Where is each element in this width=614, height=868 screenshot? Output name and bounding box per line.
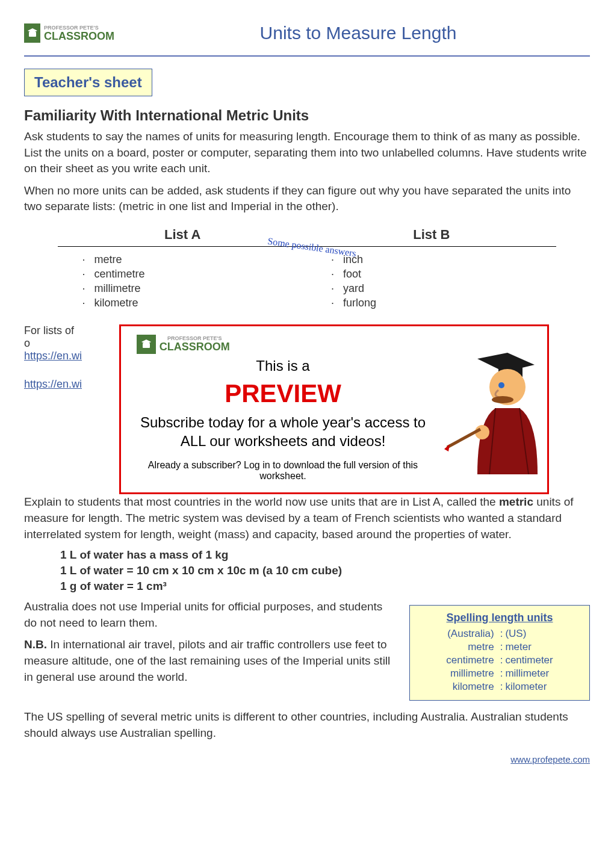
- list-item: furlong: [331, 297, 532, 309]
- explain-paragraph: Explain to students that most countries …: [24, 494, 590, 542]
- preview-overlay: PROFESSOR PETE'S CLASSROOM This is a PRE…: [119, 324, 549, 494]
- preview-footer-text: Already a subscriber? Log in to download…: [131, 460, 435, 482]
- spelling-header-row: (Australia) : (US): [422, 628, 577, 640]
- professor-character-icon: [441, 342, 538, 474]
- preview-content: PROFESSOR PETE'S CLASSROOM This is a PRE…: [131, 335, 435, 482]
- svg-rect-1: [143, 343, 150, 348]
- list-item: inch: [331, 253, 532, 266]
- logo-text-bottom: CLASSROOM: [44, 31, 114, 42]
- spelling-header-left: (Australia): [422, 628, 498, 640]
- list-item: yard: [331, 282, 532, 295]
- australia-paragraph-2: N.B. In international air travel, pilots…: [24, 637, 397, 685]
- fact-item: 1 L of water = 10 cm x 10 cm x 10c m (a …: [60, 564, 590, 577]
- truncated-text: For lists of o: [24, 324, 78, 350]
- list-item: kilometre: [82, 297, 283, 309]
- spelling-title: Spelling length units: [422, 612, 577, 624]
- units-table-body: Some possible answers metre centimetre m…: [58, 247, 556, 316]
- list-item: foot: [331, 268, 532, 281]
- lower-section: Australia does not use Imperial units fo…: [24, 599, 590, 701]
- wiki-link-2[interactable]: https://en.wi: [24, 378, 82, 390]
- list-item: metre: [82, 253, 283, 266]
- preview-big-label: PREVIEW: [131, 379, 435, 408]
- list-item: centimetre: [82, 268, 283, 281]
- fact-item: 1 L of water has a mass of 1 kg: [60, 548, 590, 562]
- page-header: PROFESSOR PETE'S CLASSROOM Units to Meas…: [24, 18, 590, 57]
- list-a-items: metre centimetre millimetre kilometre: [58, 247, 307, 316]
- intro-paragraph-2: When no more units can be added, ask stu…: [24, 183, 590, 215]
- units-table: List A List B Some possible answers metr…: [58, 223, 556, 316]
- preview-this-is: This is a: [131, 358, 435, 374]
- svg-line-7: [447, 429, 480, 447]
- logo-icon: [137, 335, 156, 354]
- teacher-sheet-badge: Teacher's sheet: [24, 69, 152, 96]
- spelling-row: kilometre:kilometer: [422, 681, 577, 693]
- svg-marker-8: [444, 444, 450, 451]
- footer: www.profepete.com: [24, 753, 590, 766]
- brand-logo: PROFESSOR PETE'S CLASSROOM: [24, 18, 114, 48]
- wiki-link-1[interactable]: https://en.wi: [24, 350, 82, 362]
- list-b-header: List B: [307, 223, 556, 246]
- section-heading: Familiarity With International Metric Un…: [24, 107, 590, 124]
- footer-website-link[interactable]: www.profepete.com: [510, 754, 590, 764]
- us-spelling-paragraph: The US spelling of several metric units …: [24, 709, 590, 741]
- spelling-header-right: (US): [505, 628, 577, 640]
- australia-paragraph-1: Australia does not use Imperial units fo…: [24, 599, 397, 631]
- preview-logo-text-bottom: CLASSROOM: [160, 341, 230, 352]
- list-item: millimetre: [82, 282, 283, 295]
- lower-left-text: Australia does not use Imperial units fo…: [24, 599, 397, 691]
- logo-icon: [24, 23, 40, 43]
- water-facts-list: 1 L of water has a mass of 1 kg 1 L of w…: [60, 548, 590, 593]
- page-title: Units to Measure Length: [126, 23, 590, 43]
- spelling-units-box: Spelling length units (Australia) : (US)…: [409, 605, 590, 701]
- preview-logo: PROFESSOR PETE'S CLASSROOM: [137, 335, 435, 354]
- teacher-sheet-label: Teacher's sheet: [34, 74, 142, 90]
- preview-sub-text: Subscribe today for a whole year's acces…: [131, 413, 435, 450]
- fact-item: 1 g of water = 1 cm³: [60, 580, 590, 593]
- spelling-row: centimetre:centimeter: [422, 654, 577, 666]
- intro-paragraph-1: Ask students to say the names of units f…: [24, 129, 590, 177]
- spelling-row: millimetre:millimeter: [422, 668, 577, 680]
- spelling-row: metre:meter: [422, 641, 577, 653]
- svg-point-5: [492, 396, 513, 403]
- logo-text: PROFESSOR PETE'S CLASSROOM: [44, 25, 114, 42]
- svg-rect-0: [29, 32, 36, 37]
- svg-point-4: [498, 382, 504, 388]
